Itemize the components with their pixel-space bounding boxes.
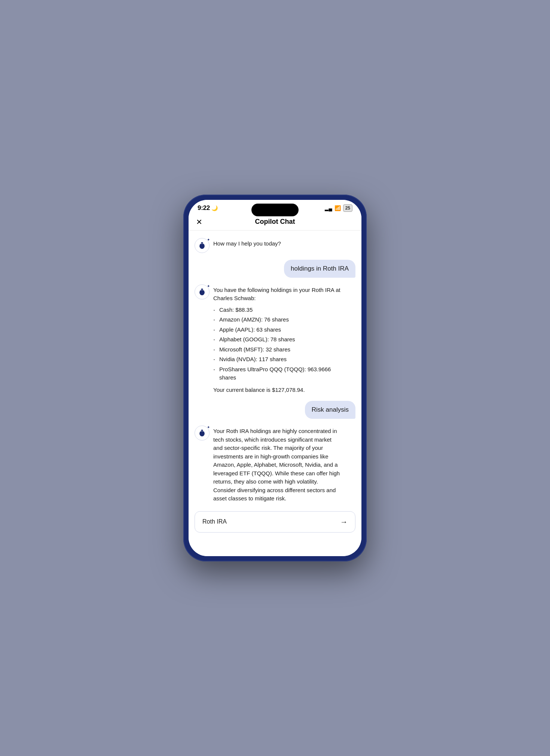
holdings-list: Cash: $88.35Amazon (AMZN): 76 sharesAppl… [213,305,340,383]
holding-item: Nvidia (NVDA): 117 shares [213,354,340,365]
svg-point-16 [201,431,201,431]
status-bar: 9:22 🌙 ▂▄ 📶 25 [189,200,361,214]
user-message-1-row: holdings in Roth IRA [195,260,355,278]
bot-avatar: ✦ [195,238,210,253]
holding-item: Alphabet (GOOGL): 78 shares [213,335,340,345]
balance-text: Your current balance is $127,078.94. [213,386,340,394]
copilot-bird-icon-2 [198,288,206,296]
svg-point-17 [203,431,203,431]
nav-title: Copilot Chat [255,218,295,226]
user-bubble-1: holdings in Roth IRA [284,260,355,278]
user-message-2-row: Risk analysis [195,401,355,419]
holding-item: Cash: $88.35 [213,305,340,315]
suggestion-card[interactable]: Roth IRA → [195,511,355,533]
sparkle-icon: ✦ [207,238,210,242]
bot-greeting-bubble: How may I help you today? [213,238,281,248]
battery-icon: 25 [343,204,352,212]
phone-screen: 9:22 🌙 ▂▄ 📶 25 ✕ Copilot Chat [189,200,361,556]
svg-point-5 [203,243,203,244]
sparkle-icon-3: ✦ [207,425,210,429]
moon-icon: 🌙 [211,205,218,211]
status-icons: ▂▄ 📶 25 [325,204,352,212]
copilot-bird-icon [198,241,206,250]
holding-item: Microsoft (MSFT): 32 shares [213,345,340,355]
suggestion-label: Roth IRA [202,518,227,525]
close-button[interactable]: ✕ [196,217,202,226]
phone-frame: 9:22 🌙 ▂▄ 📶 25 ✕ Copilot Chat [183,195,367,561]
chat-area[interactable]: ✦ How may I help you today? holdings in … [189,231,361,556]
user-bubble-2: Risk analysis [305,401,355,419]
bot-avatar-3: ✦ [195,426,210,441]
bot-avatar-2: ✦ [195,284,210,299]
bot-response-1-row: ✦ You have the following holdings in you… [195,284,355,394]
holding-item: Apple (AAPL): 63 shares [213,325,340,335]
bot-greeting-row: ✦ How may I help you today? [195,238,355,253]
svg-point-10 [201,290,201,290]
copilot-bird-icon-3 [198,429,206,437]
bot-bubble-2: Your Roth IRA holdings are highly concen… [213,426,340,503]
holding-item: Amazon (AMZN): 76 shares [213,315,340,325]
holding-item: ProShares UltraPro QQQ (TQQQ): 963.9666 … [213,365,340,383]
nav-bar: ✕ Copilot Chat [189,214,361,231]
svg-point-11 [203,290,203,290]
bot-bubble-1: You have the following holdings in your … [213,284,340,394]
sparkle-icon-2: ✦ [207,284,210,288]
suggestion-arrow-icon: → [340,518,348,526]
signal-icon: ▂▄ [325,205,332,211]
bot-response-2-row: ✦ Your Roth IRA holdings are highly conc… [195,426,355,503]
status-time: 9:22 🌙 [198,204,218,212]
dynamic-island [251,204,299,216]
svg-point-4 [201,243,201,244]
wifi-icon: 📶 [334,205,341,211]
